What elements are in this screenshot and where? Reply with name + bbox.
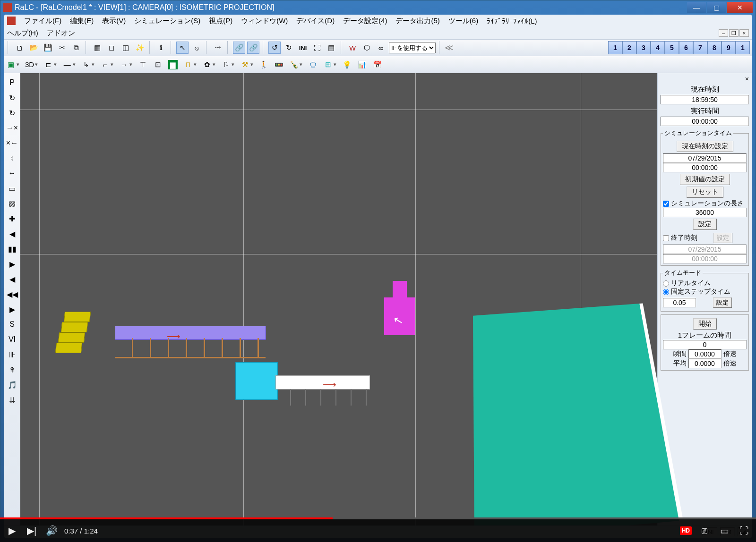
- set-button[interactable]: 設定: [693, 219, 717, 230]
- calendar-icon[interactable]: 📅: [372, 60, 382, 69]
- video-progress[interactable]: [0, 517, 756, 519]
- menu-viewpoint[interactable]: 視点(P): [209, 17, 232, 25]
- lasso-icon[interactable]: ⍉: [190, 42, 203, 54]
- ini-icon[interactable]: INI: [297, 42, 309, 54]
- minimize-button[interactable]: —: [687, 2, 706, 13]
- menu-file[interactable]: ファイル(F): [24, 17, 61, 25]
- close-button[interactable]: ✕: [727, 2, 753, 13]
- expand-icon[interactable]: ⛶: [311, 42, 323, 54]
- link-right-icon[interactable]: 🔗: [247, 42, 259, 54]
- next-icon[interactable]: ▶|: [25, 525, 39, 536]
- gear-icon[interactable]: ✿: [202, 60, 212, 69]
- group-icon[interactable]: ◫: [120, 42, 132, 54]
- start-button[interactable]: 開始: [693, 318, 717, 330]
- panel-close-icon[interactable]: ×: [661, 75, 749, 83]
- link-left-icon[interactable]: 🔗: [233, 42, 245, 54]
- sim-length-check[interactable]: [663, 201, 669, 207]
- volume-icon[interactable]: 🔊: [44, 525, 59, 536]
- step-set-button[interactable]: 設定: [713, 297, 732, 308]
- left-tool-11[interactable]: ▮▮: [4, 243, 20, 254]
- bar-icon[interactable]: —: [62, 60, 72, 69]
- arrow-icon[interactable]: →: [119, 60, 129, 69]
- flag-icon[interactable]: ⚐: [221, 60, 231, 69]
- mdi-close-button[interactable]: ×: [739, 29, 749, 37]
- 3d-icon[interactable]: 3D: [25, 60, 34, 68]
- curve-icon[interactable]: ⌐: [100, 60, 110, 69]
- menu-library[interactable]: ﾗｲﾌﾞﾗﾘｰﾌｧｲﾙ(L): [487, 17, 537, 25]
- left-tool-19[interactable]: ⇞: [4, 364, 20, 375]
- traffic-icon[interactable]: 🚥: [274, 60, 284, 69]
- menu-window[interactable]: ウィンドウ(W): [241, 17, 288, 25]
- box-icon[interactable]: ⊡: [153, 60, 163, 69]
- left-tool-1[interactable]: ↻: [4, 92, 20, 103]
- t-icon[interactable]: ⊤: [138, 60, 147, 69]
- open-icon[interactable]: 📂: [27, 42, 40, 54]
- cursor-icon[interactable]: ↖: [176, 42, 189, 54]
- save-icon[interactable]: 💾: [42, 42, 54, 54]
- cube-icon[interactable]: ▣: [6, 60, 16, 69]
- number-tab-1[interactable]: 1: [608, 41, 622, 54]
- left-tool-15[interactable]: ▶: [4, 304, 20, 315]
- menu-tool[interactable]: ツール(6): [448, 17, 478, 25]
- menu-datasetting[interactable]: データ設定(4): [343, 17, 387, 25]
- number-tab-3[interactable]: 3: [636, 41, 651, 54]
- rack-icon[interactable]: ⊞: [323, 60, 333, 69]
- w-icon[interactable]: W: [346, 42, 359, 54]
- set-current-time-button[interactable]: 現在時刻の設定: [677, 141, 733, 152]
- left-tool-17[interactable]: VI: [4, 334, 20, 345]
- hd-badge[interactable]: HD: [680, 526, 692, 535]
- play-icon[interactable]: ▶: [5, 525, 19, 536]
- left-tool-2[interactable]: ↻: [4, 107, 20, 119]
- conveyor-icon[interactable]: ⊏: [43, 60, 53, 69]
- number-tab-9[interactable]: 9: [722, 41, 736, 54]
- left-tool-12[interactable]: ▶: [4, 258, 20, 270]
- end-time-check[interactable]: [663, 235, 669, 241]
- number-tab-7[interactable]: 7: [693, 41, 707, 54]
- number-tab-5[interactable]: 5: [665, 41, 679, 54]
- new-icon[interactable]: 🗋: [13, 42, 26, 54]
- list-icon[interactable]: ▤: [325, 42, 337, 54]
- left-tool-21[interactable]: ⇊: [4, 394, 20, 406]
- maximize-button[interactable]: ▢: [707, 2, 726, 13]
- number-tab-4[interactable]: 4: [651, 41, 665, 54]
- menu-device[interactable]: デバイス(D): [296, 17, 335, 25]
- number-tab-6[interactable]: 6: [679, 41, 693, 54]
- menu-edit[interactable]: 編集(E): [70, 17, 94, 25]
- left-tool-9[interactable]: ✚: [4, 213, 20, 224]
- select-icon[interactable]: ◻: [105, 42, 118, 54]
- wand-icon[interactable]: ✨: [134, 42, 146, 54]
- if-combo[interactable]: IFを使用する: [389, 42, 436, 53]
- redo-icon[interactable]: ↻: [283, 42, 295, 54]
- gate-icon[interactable]: ⊓: [183, 60, 193, 69]
- info-icon[interactable]: ℹ: [155, 42, 167, 54]
- realtime-radio[interactable]: [663, 280, 669, 287]
- number-tab-8[interactable]: 8: [707, 41, 722, 54]
- number-tab-1[interactable]: 1: [736, 41, 750, 54]
- left-tool-20[interactable]: 🎵: [4, 379, 20, 390]
- chain-icon[interactable]: ∞: [375, 42, 387, 54]
- cut-icon[interactable]: ✂: [56, 42, 68, 54]
- left-tool-13[interactable]: ◀: [4, 273, 20, 285]
- step-value[interactable]: 0.05: [663, 298, 696, 307]
- left-tool-7[interactable]: ▭: [4, 183, 20, 194]
- person-icon[interactable]: 🚶: [259, 60, 268, 69]
- left-tool-4[interactable]: ×←: [4, 137, 20, 149]
- chart-icon[interactable]: 📊: [357, 60, 367, 69]
- route-icon[interactable]: ⤳: [212, 42, 224, 54]
- left-tool-14[interactable]: ◀◀: [4, 288, 20, 300]
- bottle-icon[interactable]: 🍾: [289, 60, 299, 69]
- left-tool-0[interactable]: P: [4, 77, 20, 88]
- mdi-minimize-button[interactable]: –: [719, 29, 728, 37]
- theater-icon[interactable]: ▭: [717, 525, 731, 536]
- init-button[interactable]: 初期値の設定: [680, 174, 730, 185]
- menu-addon[interactable]: アドオン: [47, 29, 75, 38]
- left-tool-5[interactable]: ↕: [4, 152, 20, 164]
- number-tab-2[interactable]: 2: [622, 41, 636, 54]
- refresh-icon[interactable]: ↺: [268, 42, 281, 54]
- reset-button[interactable]: リセット: [687, 186, 723, 198]
- left-tool-16[interactable]: S: [4, 319, 20, 330]
- left-tool-8[interactable]: ▨: [4, 198, 20, 209]
- left-tool-6[interactable]: ↔: [4, 168, 20, 179]
- angle-icon[interactable]: ↳: [81, 60, 91, 69]
- sim-length-value[interactable]: 36000: [663, 208, 747, 217]
